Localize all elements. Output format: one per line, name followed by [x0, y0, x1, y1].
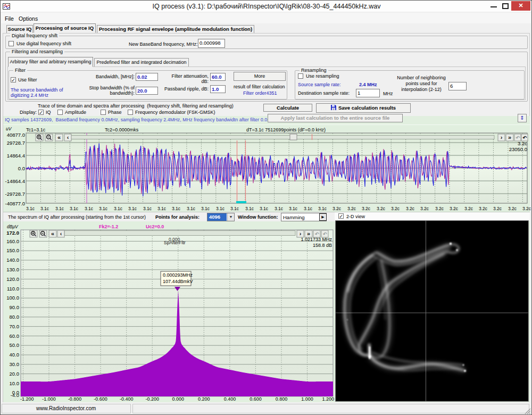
svg-text:3.2c: 3.2c — [508, 206, 517, 211]
svg-text:3.1c: 3.1c — [143, 206, 152, 211]
svg-text:3.2c: 3.2c — [450, 206, 459, 211]
svg-text:3.2c: 3.2c — [406, 206, 415, 211]
svg-text:Uc2=0.0: Uc2=0.0 — [146, 224, 164, 229]
svg-text:29728.7: 29728.7 — [7, 140, 25, 146]
svg-text:3.1c: 3.1c — [157, 206, 167, 211]
svg-text:3.2c: 3.2c — [464, 206, 473, 211]
svg-text:3.2c: 3.2c — [332, 206, 342, 211]
svg-text:120.0: 120.0 — [6, 276, 19, 282]
svg-text:3.2c: 3.2c — [347, 206, 356, 211]
svg-text:110.0: 110.0 — [7, 286, 19, 292]
svg-text:0.0: 0.0 — [18, 165, 25, 171]
svg-text:3.1c: 3.1c — [260, 206, 269, 211]
svg-text:3.1c: 3.1c — [70, 206, 79, 211]
svg-text:20.0: 20.0 — [10, 371, 20, 377]
svg-text:«: « — [51, 230, 54, 237]
svg-text:158.8 dB: 158.8 dB — [313, 243, 332, 248]
svg-text:3.2c: 3.2c — [420, 206, 429, 211]
svg-text:›: › — [501, 134, 503, 140]
svg-text:»: » — [508, 134, 511, 140]
svg-text:160.0: 160.0 — [6, 238, 19, 244]
svg-text:30.0: 30.0 — [10, 361, 20, 367]
svg-text:-0.600: -0.600 — [94, 396, 107, 402]
svg-text:3.1c: 3.1c — [187, 206, 196, 211]
svg-text:-29728.7: -29728.7 — [5, 191, 25, 197]
svg-text:3.1c: 3.1c — [216, 206, 225, 211]
svg-text:3.1c: 3.1c — [26, 206, 35, 211]
svg-text:1.200: 1.200 — [322, 396, 334, 402]
svg-text:-0.400: -0.400 — [120, 396, 134, 402]
svg-text:-4.0: -4.0 — [11, 392, 19, 398]
svg-text:-0.200: -0.200 — [145, 396, 159, 402]
svg-text:0.800: 0.800 — [276, 396, 288, 402]
svg-text:0.600: 0.600 — [250, 396, 262, 402]
svg-text:3.1c: 3.1c — [201, 206, 210, 211]
svg-text:3.1c: 3.1c — [304, 206, 313, 211]
svg-text:3.1c: 3.1c — [55, 206, 64, 211]
svg-text:-1.200: -1.200 — [20, 396, 34, 402]
svg-text:3.1c: 3.1c — [275, 206, 284, 211]
svg-text:Fk2=-1.2: Fk2=-1.2 — [99, 224, 118, 229]
svg-text:3.1c: 3.1c — [99, 206, 108, 211]
svg-text:↶: ↶ — [522, 135, 527, 140]
svg-text:Tc1=3.1c: Tc1=3.1c — [26, 127, 46, 132]
svg-text:3.1c: 3.1c — [40, 206, 49, 211]
svg-text:0.400: 0.400 — [224, 396, 236, 402]
svg-text:Tc2=0.0000mks: Tc2=0.0000mks — [105, 127, 139, 132]
svg-text:0.200: 0.200 — [198, 396, 210, 402]
svg-text:↶: ↶ — [516, 135, 520, 140]
svg-text:-14864.4: -14864.4 — [5, 178, 25, 184]
svg-text:3.1c: 3.1c — [114, 206, 123, 211]
svg-text:140.0: 140.0 — [6, 257, 19, 263]
svg-text:80.0: 80.0 — [10, 314, 20, 320]
svg-text:150.0: 150.0 — [6, 247, 19, 253]
svg-text:3.2c: 3.2c — [435, 206, 444, 211]
svg-text:40877.0: 40877.0 — [7, 132, 25, 138]
svg-text:130.0: 130.0 — [6, 267, 19, 272]
svg-text:50.0: 50.0 — [10, 342, 20, 348]
svg-text:»: » — [307, 230, 310, 237]
svg-text:40.0: 40.0 — [10, 352, 20, 358]
svg-text:‹: ‹ — [67, 134, 69, 140]
svg-text:3.2c: 3.2c — [518, 140, 527, 146]
svg-text:3.2c: 3.2c — [391, 206, 400, 211]
svg-text:3.1c: 3.1c — [289, 206, 298, 211]
svg-text:0.000: 0.000 — [172, 396, 185, 402]
svg-text:3.2c: 3.2c — [377, 206, 386, 211]
svg-text:3.1c: 3.1c — [128, 206, 137, 211]
svg-text:uV: uV — [6, 126, 12, 131]
svg-text:3.2c: 3.2c — [362, 206, 371, 211]
svg-text:0.000293MHz: 0.000293MHz — [163, 272, 193, 278]
svg-text:3.2c: 3.2c — [493, 206, 502, 211]
svg-text:23050.0: 23050.0 — [509, 146, 527, 152]
svg-text:‹: ‹ — [60, 230, 62, 237]
svg-text:70.0: 70.0 — [10, 323, 20, 329]
svg-text:1.000: 1.000 — [301, 396, 313, 402]
svg-text:3.1c: 3.1c — [318, 206, 327, 211]
svg-text:↶: ↶ — [315, 231, 319, 237]
svg-text:3.2c: 3.2c — [479, 206, 488, 211]
svg-text:3.1c: 3.1c — [85, 206, 94, 211]
svg-text:3.1c: 3.1c — [172, 206, 181, 211]
svg-text:«: « — [57, 134, 61, 140]
svg-text:dBμV: dBμV — [7, 224, 19, 229]
svg-text:↶: ↶ — [323, 231, 327, 237]
svg-text:172.0: 172.0 — [6, 230, 19, 236]
svg-text:›: › — [300, 230, 302, 237]
svg-text:dT=3.1c 7512699points (dF=0.0: dT=3.1c 7512699points (dF=0.0 kHz) — [246, 127, 326, 132]
svg-text:-0.800: -0.800 — [68, 396, 82, 402]
svg-text:3.1c: 3.1c — [230, 206, 239, 211]
svg-text:100.0: 100.0 — [6, 295, 19, 301]
svg-text:10.0: 10.0 — [10, 380, 20, 386]
svg-text:14864.4: 14864.4 — [7, 153, 25, 159]
svg-text:SpAfterFltr: SpAfterFltr — [164, 240, 186, 245]
svg-text:90.0: 90.0 — [10, 304, 20, 310]
svg-text:107.44dBmkV: 107.44dBmkV — [163, 279, 193, 284]
svg-text:3.1c: 3.1c — [245, 206, 254, 211]
svg-text:3.2c: 3.2c — [522, 206, 531, 211]
svg-text:-1.000: -1.000 — [42, 396, 56, 402]
svg-text:60.0: 60.0 — [10, 333, 20, 339]
svg-text:-40877.0: -40877.0 — [5, 201, 25, 206]
